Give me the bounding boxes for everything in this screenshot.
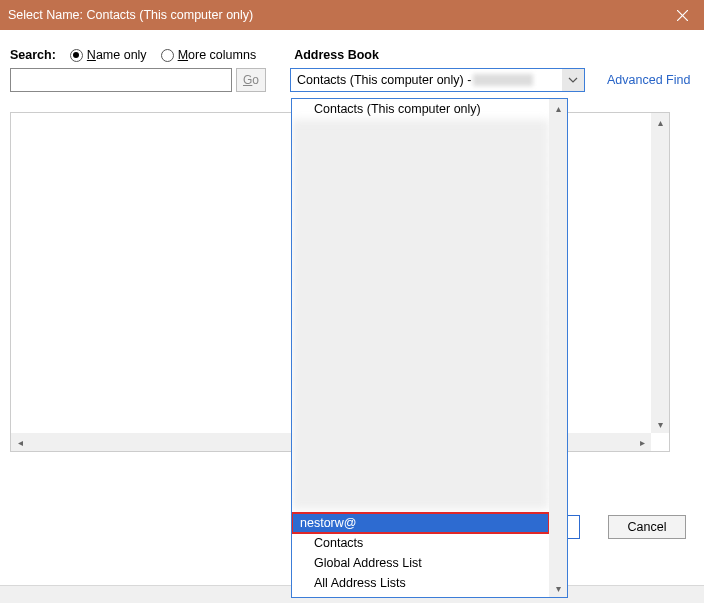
combo-arrow[interactable] xyxy=(562,69,584,91)
dropdown-list[interactable]: Contacts (This computer only) nestorw@ C… xyxy=(292,99,549,597)
radio-more-columns-label: More columns xyxy=(178,48,257,62)
address-book-dropdown[interactable]: Contacts (This computer only) nestorw@ C… xyxy=(291,98,568,598)
scroll-down-icon[interactable]: ▾ xyxy=(651,415,669,433)
scroll-up-icon[interactable]: ▴ xyxy=(651,113,669,131)
radio-dot-icon xyxy=(70,49,83,62)
dropdown-item[interactable]: Contacts xyxy=(292,533,549,553)
search-input[interactable] xyxy=(10,68,232,92)
go-button-label: Go xyxy=(243,73,259,87)
go-button[interactable]: Go xyxy=(236,68,266,92)
radio-empty-icon xyxy=(161,49,174,62)
dropdown-blurred-items xyxy=(292,119,549,509)
close-button[interactable] xyxy=(660,0,704,30)
chevron-down-icon xyxy=(568,77,578,83)
cancel-button[interactable]: Cancel xyxy=(608,515,686,539)
combo-value-redacted xyxy=(473,74,533,86)
radio-name-only[interactable]: Name only xyxy=(70,48,147,62)
scroll-left-icon[interactable]: ◂ xyxy=(11,433,29,451)
scroll-right-icon[interactable]: ▸ xyxy=(633,433,651,451)
scroll-down-icon[interactable]: ▾ xyxy=(549,579,567,597)
search-label: Search: xyxy=(10,48,56,62)
scroll-up-icon[interactable]: ▴ xyxy=(549,99,567,117)
dropdown-item-selected[interactable]: nestorw@ xyxy=(292,513,549,533)
radio-name-only-label: Name only xyxy=(87,48,147,62)
close-icon xyxy=(677,10,688,21)
radio-more-columns[interactable]: More columns xyxy=(161,48,257,62)
dropdown-item[interactable]: Contacts (This computer only) xyxy=(292,99,549,119)
dropdown-item[interactable]: Global Address List xyxy=(292,553,549,573)
dropdown-item[interactable]: All Contacts xyxy=(292,593,549,597)
results-scrollbar-vertical[interactable]: ▴ ▾ xyxy=(651,113,669,433)
address-book-label: Address Book xyxy=(294,48,379,62)
cancel-button-label: Cancel xyxy=(628,520,667,534)
advanced-find-link[interactable]: Advanced Find xyxy=(607,68,690,92)
address-book-combo[interactable]: Contacts (This computer only) - xyxy=(290,68,585,92)
combo-value: Contacts (This computer only) - xyxy=(297,73,471,87)
dropdown-item[interactable]: All Address Lists xyxy=(292,573,549,593)
dropdown-scrollbar[interactable]: ▴ ▾ xyxy=(549,99,567,597)
titlebar: Select Name: Contacts (This computer onl… xyxy=(0,0,704,30)
window-title: Select Name: Contacts (This computer onl… xyxy=(8,8,253,22)
